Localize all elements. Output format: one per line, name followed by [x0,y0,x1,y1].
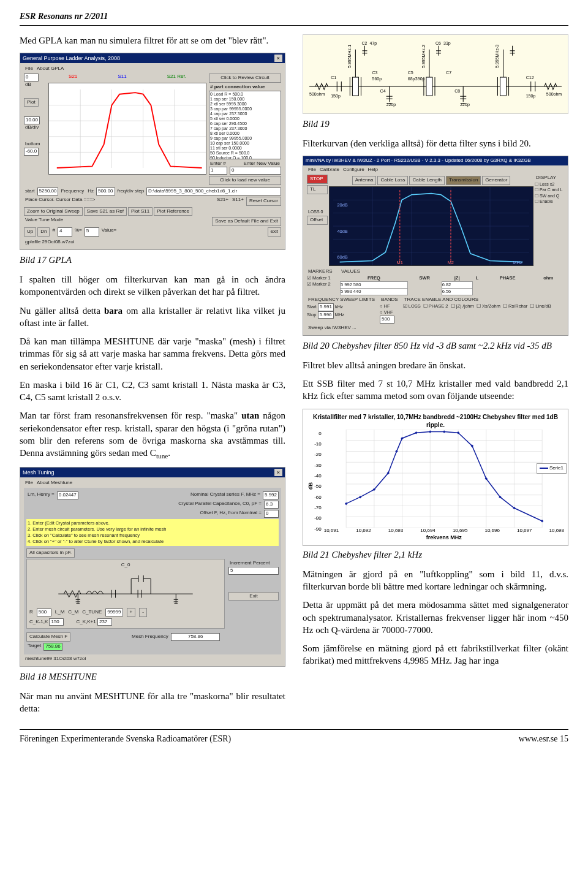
vt-pct-input[interactable]: 5 [85,227,99,237]
marker1-label[interactable]: Marker 1 [312,275,331,281]
tl-button[interactable]: TL [307,185,328,194]
bottom-label: bottom [24,141,41,148]
mk2-z: 6.56 [442,288,472,295]
inc-input[interactable]: 5 [228,567,279,575]
vna-chart: 20dB 40dB 60dB M1 M2 MHz [329,186,533,266]
enter-n-input[interactable]: 1 [209,167,227,175]
close-icon[interactable]: × [274,55,282,62]
menu-configure[interactable]: Configure [342,167,366,173]
minus-button[interactable]: - [139,608,147,617]
vna-stop-input[interactable]: 5.996 [318,311,334,319]
svg-text:500ohm: 500ohm [546,92,562,96]
c0-sym: C_0 [121,562,130,569]
step-input[interactable]: 500.00 [96,188,115,195]
top-db-input[interactable]: 0 [24,74,39,82]
chart-title: Kristallfilter med 7 kristaller, 10,7MHz… [307,413,564,430]
enter-val-input[interactable]: 0 [230,167,281,175]
menu-file[interactable]: File [307,167,317,173]
off-input[interactable]: 0 [264,510,279,518]
up-button[interactable]: Up [24,227,36,237]
bottom-input[interactable]: -60.0 [24,148,39,156]
ck2-input[interactable]: 237 [97,618,112,626]
caption-21: Bild 21 Chebyshev filter 2,1 kHz [303,548,568,561]
review-circuit-button[interactable]: Click to Review Circuit [209,74,281,83]
mesh-freq-value: 758.86 [171,633,220,641]
inc-label: Increment Percent [228,560,271,567]
svg-text:C3: C3 [372,70,378,75]
vna-start-input[interactable]: 5.991 [318,303,334,311]
value-sym: Value= [100,227,118,237]
th-freq: FREQ [341,275,408,282]
ctune-input[interactable]: 99999 [105,609,123,616]
load-new-value-button[interactable]: Click to load new value [209,176,281,185]
plot-ref-button[interactable]: Plot Reference [154,207,192,216]
cursor-label: Place Cursor. Cursor Data ===> [24,197,214,206]
close-icon[interactable]: × [274,469,282,476]
plus-button[interactable]: + [127,608,136,617]
target-value[interactable]: 758.86 [43,643,62,651]
caption-20: Bild 20 Chebyshev filter 850 Hz vid -3 d… [303,339,568,352]
svg-text:220p: 220p [460,102,470,107]
page-footer: Föreningen Experimenterande Svenska Radi… [20,729,568,754]
marker2-label[interactable]: Marker 2 [312,281,331,287]
svg-text:C8: C8 [454,89,460,93]
svg-text:C2: C2 [361,41,367,45]
save-s21-button[interactable]: Save S21 as Ref [84,207,127,216]
svg-text:5.995MHz-2: 5.995MHz-2 [421,45,426,68]
meshtune-filename: meshtune99 31Oct08 w7zoi [24,656,87,662]
exit-button[interactable]: exit [268,227,281,237]
save-exit-button[interactable]: Save as Default File and Exit [212,217,281,226]
target-label: Target [26,643,42,651]
all-caps-label: All capacitors in pF. [26,548,75,558]
stop-button[interactable]: STOP [307,175,328,184]
dbdiv-label: dB/div [24,124,40,131]
right-p5: Detta är uppmätt på det mera mödosamma s… [303,599,568,636]
num-sym: # [51,227,56,237]
mode-antenna[interactable]: Antenna [352,176,377,185]
ck2-sym: C_K,K+1 [76,619,96,624]
exit-button[interactable]: Exit [228,592,279,601]
svg-text:5.995MHz-1: 5.995MHz-1 [347,45,352,68]
reset-cursor-button[interactable]: Reset Cursor [246,197,281,206]
step-2: 2. Enter mesh circuit parameters. Use ve… [28,526,277,533]
menu-file[interactable]: File [24,480,34,487]
svg-rect-32 [426,77,432,96]
f-input[interactable]: 5.992 [263,491,279,499]
menu-about[interactable]: About GPLA [36,66,65,72]
zoom-button[interactable]: Zoom to Original Sweep [24,207,83,216]
mode-transmission[interactable]: Transmission [446,176,481,185]
plot-s11-button[interactable]: Plot S11 [128,207,153,216]
th-ohm: ohm [533,275,564,282]
right-p3: Ett SSB filter med 7 st 10,7 MHz kristal… [303,377,568,403]
lm-input[interactable]: 0.02447 [57,491,78,499]
menu-file[interactable]: File [24,66,34,72]
mode-cableloss[interactable]: Cable Loss [377,176,408,185]
offset-button[interactable]: Offset [307,216,328,225]
svg-text:C6: C6 [435,41,441,45]
menu-about[interactable]: About Meshtune [36,480,74,487]
dn-button[interactable]: Dn [37,227,50,237]
samples-input[interactable]: 500 [380,316,394,324]
ck1-input[interactable]: 150 [49,618,64,626]
svg-text:MHz: MHz [513,260,522,265]
mode-cablelength[interactable]: Cable Length [409,176,445,185]
r-input[interactable]: 500 [37,609,51,616]
plot-button[interactable]: Plot [24,98,39,107]
frequency-label: Frequency [59,188,85,195]
display-label: DISPLAY [535,175,557,181]
enter-val-label: Enter New Value [243,161,281,167]
mesh-freq-label: Mesh Frequency [130,634,170,640]
mode-generator[interactable]: Generator [482,176,510,185]
start-input[interactable]: 5250.00 [37,188,59,195]
para-5: Man tar först fram resonansfrekvensen fö… [20,409,285,461]
svg-text:C5: C5 [408,70,413,75]
cd-input[interactable]: 6.3 [264,501,279,509]
menu-calibrate[interactable]: Calibrate [318,167,341,173]
lm-label: Lm, Henry = [26,491,56,499]
calculate-button[interactable]: Calculate Mesh F [26,632,70,642]
menu-help[interactable]: Help [367,167,379,173]
dbdiv-input[interactable]: 10.00 [24,116,40,124]
intro-paragraph: Med GPLA kan man nu simulera filtret för… [20,34,285,47]
svg-text:560p: 560p [372,77,382,82]
vt-num-input[interactable]: 4 [58,227,72,237]
